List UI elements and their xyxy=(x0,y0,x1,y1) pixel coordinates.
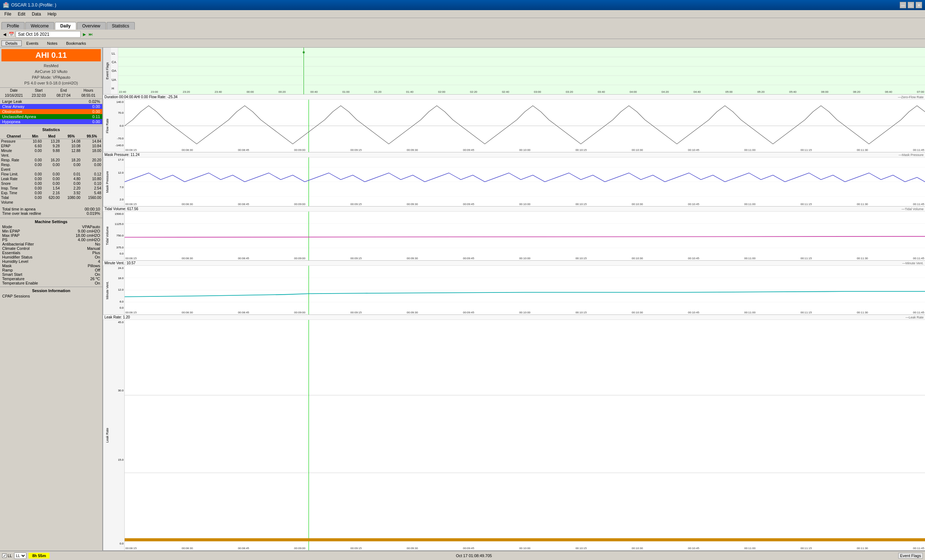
menu-help[interactable]: Help xyxy=(44,11,59,17)
session-info-cpap: CPAP Sessions xyxy=(0,294,102,299)
minute-vent-chart[interactable]: 00:08:1500:08:3000:08:4500:09:0000:09:15… xyxy=(125,266,925,314)
stats-cell: Snore xyxy=(0,181,27,186)
mask-pressure-body: Mask Pressure 17.0 12.0 7.0 2.0 xyxy=(103,158,925,206)
setting-label: Smart Start xyxy=(2,272,23,276)
stats-cell: 1560.00 xyxy=(82,195,102,200)
sub-tab-notes[interactable]: Notes xyxy=(43,41,62,46)
stats-cell: 10.60 xyxy=(27,139,43,144)
stats-row: Volume xyxy=(0,200,102,205)
status-bar: ✓ LL LL 8h 55m Oct 17 01:08:49.705 Event… xyxy=(0,551,925,560)
nav-forward-button[interactable]: ► xyxy=(82,32,87,37)
flag-oa: OA xyxy=(111,69,117,72)
col-start: Start xyxy=(26,89,51,92)
tab-daily[interactable]: Daily xyxy=(55,22,76,30)
settings-row: Temperature26 ºC xyxy=(0,276,102,281)
obstructive-row: Obstructive 0.00 xyxy=(0,109,102,114)
stats-cell: 14.84 xyxy=(82,139,102,144)
setting-value: On xyxy=(95,272,100,276)
stats-row: Event xyxy=(0,167,102,172)
hypopnea-row: Hypopnea 0.00 xyxy=(0,119,102,124)
event-flags-badge[interactable]: Event Flags xyxy=(898,553,923,558)
close-button[interactable]: ✕ xyxy=(916,2,922,8)
nav-end-button[interactable]: ⏭ xyxy=(89,32,93,37)
stats-cell: 18.00 xyxy=(82,149,102,153)
leak-total-row: Time over leak redline 0.019% xyxy=(2,211,100,216)
statistics-table: Channel Min Med 95% 99.5% Pressure10.601… xyxy=(0,134,102,205)
date-field[interactable] xyxy=(15,31,81,38)
calendar-icon[interactable]: 📅 xyxy=(9,32,14,37)
svg-point-5 xyxy=(303,51,305,53)
leak-total-label: Time over leak redline xyxy=(2,211,41,216)
minimize-button[interactable]: — xyxy=(900,2,906,8)
leak-rate-side-label: Leak Rate xyxy=(103,320,111,550)
tidal-volume-header: Tidal Volume: 617.56 —Tidal Volume xyxy=(103,207,925,212)
stats-col-med: Med xyxy=(43,134,61,139)
main-layout: AHI 0.11 ResMed AirCurve 10 VAuto PAP Mo… xyxy=(0,48,925,551)
stats-col-99: 99.5% xyxy=(82,134,102,139)
unclassified-apnea-value: 0.11 xyxy=(92,114,100,119)
nav-back-button[interactable]: ◄ xyxy=(2,32,7,37)
stats-cell: 5.48 xyxy=(82,191,102,195)
stats-cell: 0.00 xyxy=(27,191,43,195)
menu-data[interactable]: Data xyxy=(29,11,44,17)
stats-row: EPAP6.609.2810.0810.84 xyxy=(0,144,102,149)
setting-label: Humidifier Status xyxy=(2,255,33,259)
stats-cell: Resp. xyxy=(0,162,27,167)
setting-label: Humidity Level xyxy=(2,259,28,264)
stats-row: Flow Limit.0.000.000.010.12 xyxy=(0,172,102,177)
tidal-volume-chart[interactable]: 00:08:1500:08:3000:08:4500:09:0000:09:15… xyxy=(125,212,925,260)
date-navigation: ◄ 📅 ► ⏭ xyxy=(0,30,925,39)
stats-row: Vent. xyxy=(0,153,102,158)
settings-row: RampOff xyxy=(0,268,102,272)
setting-label: Temperature Enable xyxy=(2,281,38,285)
event-flags-chart[interactable]: 22:4023:0023:2023:4000:0000:2000:4001:00… xyxy=(118,48,925,94)
ll-checkbox-group[interactable]: ✓ LL xyxy=(2,554,12,558)
flow-rate-side-label: Flow Rate xyxy=(103,100,111,152)
menu-file[interactable]: File xyxy=(2,11,14,17)
setting-label: PS xyxy=(2,237,8,242)
stats-cell: 0.00 xyxy=(61,181,81,186)
minute-vent-y-axis: 24.0 18.0 12.0 6.0 0.0 xyxy=(111,266,125,314)
tidal-volume-body: Tidal Volume 1500.0 1125.0 750.0 375.0 0… xyxy=(103,212,925,260)
flag-ca: CA xyxy=(111,60,117,64)
stats-row: Exp. Time0.002.163.925.48 xyxy=(0,191,102,195)
menu-edit[interactable]: Edit xyxy=(15,11,28,17)
flow-rate-chart[interactable]: 00:08:1500:08:3000:08:4500:09:0000:09:15… xyxy=(125,100,925,152)
tab-welcome[interactable]: Welcome xyxy=(25,22,54,30)
setting-label: Mask xyxy=(2,264,12,268)
stats-cell: Pressure xyxy=(0,139,27,144)
sub-tab-details[interactable]: Details xyxy=(2,41,22,46)
leak-rate-chart[interactable]: 00:08:1500:08:3000:08:4500:09:0000:09:15… xyxy=(125,320,925,550)
obstructive-label: Obstructive xyxy=(2,110,23,114)
tab-profile[interactable]: Profile xyxy=(2,22,24,30)
stats-cell: 4.80 xyxy=(61,177,81,181)
mask-pressure-chart[interactable]: 00:08:1500:08:3000:08:4500:09:0000:09:15… xyxy=(125,158,925,206)
status-timestamp: Oct 17 01:08:49.705 xyxy=(456,554,492,558)
apnea-total-row: Total time in apnea 00:00:10 xyxy=(2,207,100,211)
stats-cell: Event xyxy=(0,167,27,172)
tab-overview[interactable]: Overview xyxy=(77,22,106,30)
stats-cell: 0.00 xyxy=(82,162,102,167)
leak-rate-section: Leak Rate: 1.20 —Leak Rate Leak Rate 45.… xyxy=(103,315,925,551)
totals-section: Total time in apnea 00:00:10 Time over l… xyxy=(0,206,102,216)
stats-col-channel: Channel xyxy=(0,134,27,139)
maximize-button[interactable]: □ xyxy=(908,2,914,8)
sub-tab-events[interactable]: Events xyxy=(23,41,43,46)
mask-pressure-time-axis: 00:08:1500:08:3000:08:4500:09:0000:09:15… xyxy=(125,203,925,206)
sub-tab-bookmarks[interactable]: Bookmarks xyxy=(62,41,90,46)
tidal-volume-y-axis: 1500.0 1125.0 750.0 375.0 0.0 xyxy=(111,212,125,260)
mask-pressure-svg xyxy=(125,158,925,206)
app-icon: 🏥 xyxy=(3,2,9,8)
hypopnea-value: 0.00 xyxy=(92,120,100,124)
ll-dropdown[interactable]: LL xyxy=(14,552,26,559)
ll-label: LL xyxy=(8,554,12,558)
tidal-volume-svg xyxy=(125,212,925,260)
stats-cell: 9.28 xyxy=(43,144,61,149)
tidal-volume-section: Tidal Volume: 617.56 —Tidal Volume Tidal… xyxy=(103,207,925,261)
tab-statistics[interactable]: Statistics xyxy=(107,22,135,30)
stats-cell: 9.88 xyxy=(43,149,61,153)
flow-rate-header: Duration 00:04:00 AHI 0.00 Flow Rate: -2… xyxy=(103,95,925,100)
apnea-total-value: 00:00:10 xyxy=(84,207,100,211)
stats-cell: 0.00 xyxy=(27,181,43,186)
ll-checkbox[interactable]: ✓ xyxy=(2,554,6,558)
